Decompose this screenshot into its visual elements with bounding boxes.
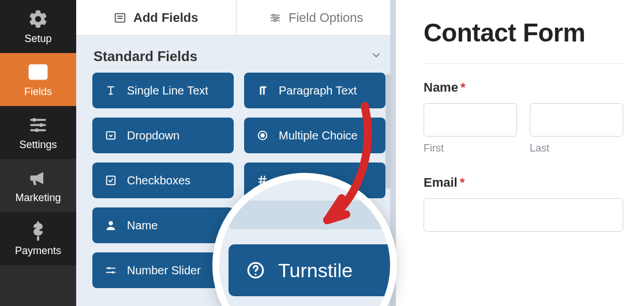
svg-point-17 [272,14,275,16]
svg-point-28 [108,221,113,225]
nav-label: Fields [24,86,52,98]
hash-icon [256,173,269,187]
last-sublabel: Last [530,142,623,154]
nav-label: Marketing [15,192,61,204]
svg-rect-23 [107,176,115,185]
paragraph-icon [256,84,269,97]
form-preview: Contact Form Name* First Last Email* [396,0,644,306]
dollar-icon [28,221,48,241]
svg-point-22 [261,134,264,137]
field-label: Name [127,219,158,232]
tab-label: Add Fields [133,10,198,25]
field-label: Single Line Text [127,84,208,97]
user-icon [104,218,118,232]
nav-label: Payments [15,245,61,257]
collapse-panel-button[interactable] [385,259,396,287]
svg-rect-0 [29,65,47,79]
svg-rect-20 [107,132,115,139]
svg-rect-31 [108,267,110,270]
email-label: Email* [424,175,623,190]
nav-item-settings[interactable]: Settings [0,106,76,159]
sliders-icon [28,115,48,135]
first-sublabel: First [424,142,517,154]
field-name[interactable]: Name [92,207,234,243]
scrollbar-thumb[interactable] [385,74,391,189]
panel-tabs: Add Fields Field Options [76,0,396,36]
field-paragraph-text[interactable]: Paragraph Text [244,73,385,108]
svg-rect-9 [40,123,43,127]
required-marker: * [460,175,465,190]
nav-item-setup[interactable]: Setup [0,0,76,53]
email-input[interactable] [424,198,623,232]
svg-rect-32 [112,271,114,274]
svg-rect-8 [33,118,36,122]
radio-icon [256,129,269,142]
svg-rect-10 [36,129,39,132]
builder-nav: Setup Fields Settings Marketing Payments [0,0,76,306]
name-label: Name* [424,80,623,95]
label-text: Email [424,175,458,190]
field-label: Dropdown [127,129,179,142]
field-label: Multiple Choice [279,129,358,142]
field-label: Paragraph Text [279,84,357,97]
field-dropdown[interactable]: Dropdown [92,118,234,153]
label-text: Name [424,80,458,95]
gear-icon [28,9,48,29]
form-icon [114,12,126,24]
svg-line-27 [264,176,265,185]
field-number-slider[interactable]: Number Slider [92,252,234,288]
tab-label: Field Options [289,10,364,25]
field-grid: Single Line Text Paragraph Text Dropdown… [92,73,385,288]
field-checkboxes[interactable]: Checkboxes [92,163,234,198]
nav-label: Setup [24,33,51,45]
field-multiple-choice[interactable]: Multiple Choice [244,118,385,153]
divider [424,63,623,64]
sliders-icon [269,12,282,24]
chevron-down-icon [370,50,382,63]
last-name-input[interactable] [530,103,623,137]
nav-item-marketing[interactable]: Marketing [0,159,76,212]
checkbox-icon [104,173,118,187]
tab-field-options[interactable]: Field Options [237,0,396,35]
form-title: Contact Form [424,20,623,46]
field-label: Numbers [279,174,325,187]
svg-point-19 [274,19,276,21]
text-icon [104,84,118,97]
field-single-line-text[interactable]: Single Line Text [92,73,234,108]
nav-label: Settings [19,139,57,151]
list-icon [28,62,48,82]
dropdown-icon [104,129,118,142]
sliders-icon [104,263,118,277]
field-numbers[interactable]: Numbers [244,163,385,198]
field-label: Number Slider [127,264,201,277]
svg-rect-4 [36,74,44,75]
panel-body: Standard Fields Single Line Text Paragra… [76,36,396,306]
svg-line-26 [260,176,261,185]
section-title: Standard Fields [93,48,197,65]
field-label: Checkboxes [127,174,190,187]
first-name-input[interactable] [424,103,517,137]
nav-item-fields[interactable]: Fields [0,53,76,106]
section-header[interactable]: Standard Fields [92,36,385,73]
nav-item-payments[interactable]: Payments [0,212,76,265]
fields-panel: Add Fields Field Options Standard Fields [76,0,396,306]
required-marker: * [460,80,466,95]
tab-add-fields[interactable]: Add Fields [76,0,237,35]
form-field-name[interactable]: Name* First Last [424,80,623,154]
svg-rect-2 [36,69,44,70]
svg-point-3 [32,73,34,75]
bullhorn-icon [28,168,48,188]
svg-point-1 [32,68,34,70]
form-field-email[interactable]: Email* [424,175,623,232]
svg-point-18 [276,17,278,19]
